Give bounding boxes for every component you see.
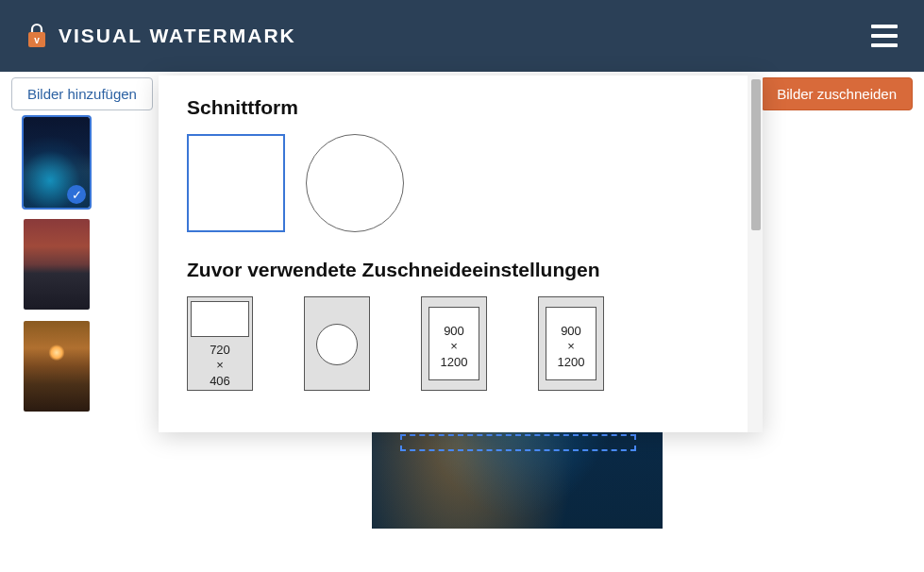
lock-icon: v — [26, 23, 47, 49]
app-header: v VISUAL WATERMARK — [0, 0, 924, 72]
preset-shape-circle — [316, 324, 358, 365]
panel-scrollbar[interactable] — [748, 76, 763, 432]
circle-icon — [306, 134, 404, 232]
thumbnail-item[interactable]: ✓ — [24, 117, 90, 208]
shape-heading: Schnittform — [187, 96, 734, 119]
thumbnail-sidebar[interactable]: ✓ — [0, 113, 109, 572]
thumbnail-item[interactable] — [24, 321, 90, 412]
preset-item[interactable]: 720×406 — [187, 296, 253, 391]
preset-dimensions: 900×1200 — [422, 324, 486, 370]
check-icon: ✓ — [67, 185, 86, 204]
shape-options — [187, 134, 734, 232]
menu-icon[interactable] — [871, 25, 898, 47]
crop-selection[interactable] — [400, 434, 636, 451]
preset-item[interactable] — [304, 296, 370, 391]
svg-text:v: v — [34, 35, 40, 45]
thumbnail-image — [24, 219, 90, 310]
crop-settings-panel: Schnittform Zuvor verwendete Zuschneidee… — [159, 76, 763, 432]
app-title: VISUAL WATERMARK — [59, 25, 296, 47]
add-images-button[interactable]: Bilder hinzufügen — [11, 77, 153, 110]
preset-item[interactable]: 900×1200 — [538, 296, 604, 391]
presets-heading: Zuvor verwendete Zuschneideeinstellungen — [187, 259, 734, 281]
thumbnail-item[interactable] — [24, 219, 90, 310]
crop-images-button[interactable]: Bilder zuschneiden — [761, 77, 913, 110]
preset-list: 720×406 900×1200 900×1200 — [187, 296, 734, 391]
scrollbar-thumb[interactable] — [751, 79, 761, 230]
thumbnail-image — [24, 321, 90, 412]
shape-circle[interactable] — [306, 134, 404, 232]
preset-item[interactable]: 900×1200 — [421, 296, 487, 391]
logo-area: v VISUAL WATERMARK — [26, 23, 296, 49]
preset-dimensions: 900×1200 — [539, 324, 603, 370]
preset-dimensions: 720×406 — [188, 343, 252, 389]
preset-shape-rect — [191, 301, 249, 337]
shape-rectangle[interactable] — [187, 134, 285, 232]
